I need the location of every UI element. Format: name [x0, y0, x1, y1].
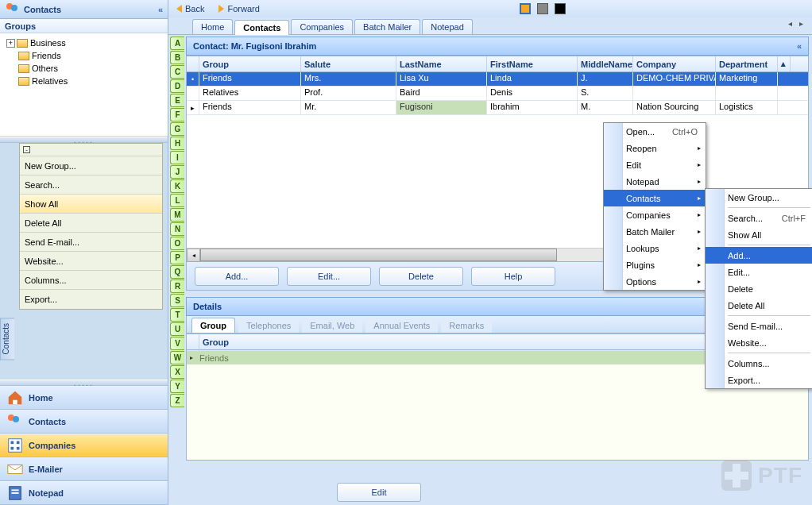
delete-button[interactable]: Delete	[379, 267, 463, 286]
col-lastname[interactable]: LastName	[396, 56, 487, 71]
dtab-remarks[interactable]: Remarks	[441, 318, 492, 333]
alpha-x[interactable]: X	[170, 365, 184, 379]
alpha-c[interactable]: C	[170, 65, 184, 79]
menu-item[interactable]: Website...	[706, 334, 812, 351]
action-show-all[interactable]: Show All	[20, 195, 162, 214]
scroll-left-icon[interactable]: ◂	[187, 249, 200, 262]
alpha-z[interactable]: Z	[170, 394, 184, 407]
col-company[interactable]: Company	[633, 56, 716, 71]
nav-emailer[interactable]: E-Mailer	[0, 457, 168, 481]
collapse-panel-icon[interactable]: «	[797, 41, 802, 51]
tree-item[interactable]: Others	[2, 62, 166, 75]
nav-notepad[interactable]: Notepad	[0, 481, 168, 505]
tree-item[interactable]: +Business	[2, 37, 166, 49]
alpha-e[interactable]: E	[170, 94, 184, 107]
menu-item[interactable]: Edit▸	[604, 156, 706, 173]
alpha-a[interactable]: A	[170, 37, 184, 50]
action-columns[interactable]: Columns...	[20, 271, 162, 290]
alpha-w[interactable]: W	[170, 351, 184, 364]
dtab-email[interactable]: Email, Web	[302, 318, 362, 333]
menu-item[interactable]: Send E-mail...	[706, 318, 812, 334]
menu-item[interactable]: Notepad▸	[604, 173, 706, 190]
tab-next-icon[interactable]: ▸	[799, 19, 807, 27]
menu-item[interactable]: Columns...	[706, 355, 812, 372]
alpha-n[interactable]: N	[170, 222, 184, 236]
action-send-email[interactable]: Send E-mail...	[20, 233, 162, 252]
alpha-h[interactable]: H	[170, 137, 184, 150]
menu-item[interactable]: New Group...	[706, 189, 812, 206]
action-website[interactable]: Website...	[20, 252, 162, 271]
menu-item[interactable]: Add...	[706, 247, 812, 264]
table-row[interactable]: RelativesProf.BairdDenisS.	[187, 87, 808, 101]
col-middlename[interactable]: MiddleName	[578, 56, 633, 71]
nav-home[interactable]: Home	[0, 386, 168, 410]
tab-home[interactable]: Home	[192, 19, 233, 34]
scrollbar-thumb[interactable]	[200, 249, 557, 261]
dtab-telephones[interactable]: Telephones	[238, 318, 299, 333]
help-button[interactable]: Help	[471, 267, 555, 286]
alpha-o[interactable]: O	[170, 237, 184, 250]
alpha-d[interactable]: D	[170, 79, 184, 93]
theme-gray-icon[interactable]	[537, 3, 548, 14]
menu-item[interactable]: Options▸	[604, 273, 706, 290]
theme-black-icon[interactable]	[555, 3, 566, 14]
details-edit-button[interactable]: Edit	[337, 483, 421, 502]
table-row[interactable]: •FriendsMrs.Lisa XuLindaJ.DEMO-CHEM PRIV…	[187, 72, 808, 87]
tab-prev-icon[interactable]: ◂	[788, 19, 796, 27]
alpha-y[interactable]: Y	[170, 380, 184, 393]
col-department[interactable]: Department	[716, 56, 778, 71]
alpha-t[interactable]: T	[170, 308, 184, 322]
tree-item[interactable]: Relatives	[2, 75, 166, 87]
alpha-r[interactable]: R	[170, 279, 184, 293]
menu-item[interactable]: Batch Mailer▸	[604, 223, 706, 240]
menu-item[interactable]: Delete All	[706, 297, 812, 314]
tab-batch-mailer[interactable]: Batch Mailer	[354, 19, 420, 34]
action-export[interactable]: Export...	[20, 290, 162, 309]
expand-icon[interactable]: +	[6, 39, 15, 48]
scroll-up-icon[interactable]: ▴	[778, 56, 791, 71]
menu-item[interactable]: Show All	[706, 226, 812, 243]
alpha-b[interactable]: B	[170, 51, 184, 64]
menu-item[interactable]: Search...Ctrl+F	[706, 210, 812, 226]
alpha-m[interactable]: M	[170, 208, 184, 222]
tab-notepad[interactable]: Notepad	[422, 19, 473, 34]
action-search[interactable]: Search...	[20, 175, 162, 195]
menu-item[interactable]: Open...Ctrl+O	[604, 123, 706, 140]
menu-item[interactable]: Plugins▸	[604, 256, 706, 273]
dtab-events[interactable]: Annual Events	[365, 318, 438, 333]
alpha-g[interactable]: G	[170, 122, 184, 136]
resize-handle[interactable]	[0, 137, 168, 143]
edit-button[interactable]: Edit...	[287, 267, 371, 286]
menu-item[interactable]: Lookups▸	[604, 240, 706, 256]
collapse-sidebar-icon[interactable]: «	[158, 5, 163, 14]
alpha-p[interactable]: P	[170, 251, 184, 264]
sidebar-vertical-tab[interactable]: Contacts	[0, 318, 14, 360]
alpha-s[interactable]: S	[170, 294, 184, 307]
menu-item[interactable]: Delete	[706, 280, 812, 297]
tab-contacts[interactable]: Contacts	[234, 20, 289, 35]
col-firstname[interactable]: FirstName	[487, 56, 578, 71]
menu-item[interactable]: Companies▸	[604, 206, 706, 223]
alpha-i[interactable]: I	[170, 151, 184, 164]
action-delete-all[interactable]: Delete All	[20, 214, 162, 233]
back-button[interactable]: Back	[176, 4, 204, 13]
menu-item[interactable]: Edit...	[706, 264, 812, 280]
menu-item[interactable]: Contacts▸	[604, 190, 706, 206]
alpha-f[interactable]: F	[170, 108, 184, 121]
theme-orange-icon[interactable]	[520, 3, 531, 14]
resize-handle[interactable]	[0, 380, 168, 386]
tree-item[interactable]: Friends	[2, 49, 166, 62]
menu-item[interactable]: Reopen▸	[604, 140, 706, 156]
alpha-q[interactable]: Q	[170, 265, 184, 279]
alpha-l[interactable]: L	[170, 194, 184, 207]
col-salute[interactable]: Salute	[301, 56, 396, 71]
collapse-toggle-icon[interactable]: -	[23, 146, 30, 153]
nav-companies[interactable]: Companies	[0, 434, 168, 457]
col-group[interactable]: Group	[199, 56, 301, 71]
alpha-u[interactable]: U	[170, 322, 184, 336]
alpha-j[interactable]: J	[170, 165, 184, 179]
table-row[interactable]: ▸FriendsMr.FugisoniIbrahimM.Nation Sourc…	[187, 101, 808, 115]
dtab-group[interactable]: Group	[191, 318, 235, 333]
menu-item[interactable]: Export...	[706, 372, 812, 388]
forward-button[interactable]: Forward	[218, 4, 259, 13]
